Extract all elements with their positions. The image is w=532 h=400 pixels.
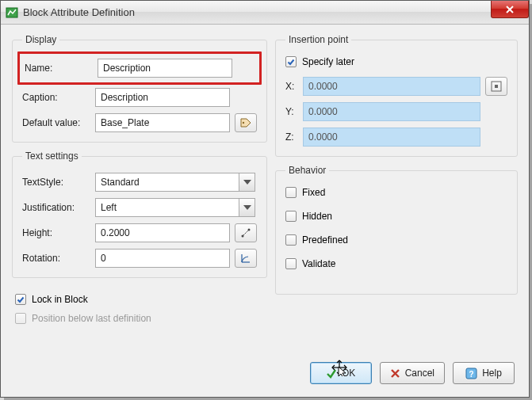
textstyle-value: Standard <box>101 177 140 188</box>
svg-text:?: ? <box>469 369 474 378</box>
app-icon <box>6 6 18 19</box>
default-value-field-button[interactable] <box>235 113 257 132</box>
specify-later-label: Specify later <box>302 56 354 67</box>
pick-angle-icon <box>239 252 252 265</box>
pick-point-button[interactable] <box>485 77 507 96</box>
cancel-label: Cancel <box>405 368 434 379</box>
height-label: Height: <box>22 227 90 238</box>
hidden-checkbox[interactable] <box>285 211 297 222</box>
z-input <box>303 128 480 147</box>
ok-button[interactable]: OK <box>310 362 372 384</box>
behavior-legend: Behavior <box>285 165 329 176</box>
button-bar: OK Cancel ? Help <box>310 362 515 384</box>
fixed-checkbox[interactable] <box>285 187 297 198</box>
x-input <box>303 77 480 96</box>
textstyle-select[interactable]: Standard <box>95 173 255 192</box>
help-label: Help <box>482 368 502 379</box>
check-icon <box>326 368 337 379</box>
position-below-label: Position below last definition <box>32 313 151 324</box>
insertion-point-legend: Insertion point <box>285 34 351 45</box>
window-title: Block Attribute Definition <box>23 6 135 18</box>
chevron-down-icon <box>239 199 255 216</box>
titlebar[interactable]: Block Attribute Definition <box>1 1 529 25</box>
ok-label: OK <box>342 368 355 379</box>
text-settings-legend: Text settings <box>22 150 82 162</box>
svg-point-7 <box>248 229 251 231</box>
display-legend: Display <box>22 34 59 45</box>
textstyle-label: TextStyle: <box>22 177 90 188</box>
name-highlight: Name: <box>17 51 262 85</box>
position-below-checkbox <box>15 313 26 324</box>
help-button[interactable]: ? Help <box>453 362 515 384</box>
svg-rect-10 <box>495 85 498 88</box>
rotation-input[interactable] <box>95 249 230 268</box>
y-label: Y: <box>285 106 298 117</box>
help-icon: ? <box>465 368 477 379</box>
default-value-input[interactable] <box>95 113 230 132</box>
height-pick-button[interactable] <box>235 223 257 242</box>
chevron-down-icon <box>239 173 255 191</box>
dialog-window: Block Attribute Definition Display Name: <box>0 0 530 398</box>
justification-select[interactable]: Left <box>95 198 255 217</box>
tag-icon <box>239 116 252 129</box>
lock-in-block-label: Lock in Block <box>32 294 88 305</box>
x-icon <box>390 368 400 379</box>
svg-point-3 <box>243 122 244 124</box>
insertion-point-group: Insertion point Specify later X: <box>275 34 518 157</box>
dialog-body: Display Name: Caption: Default value: <box>1 25 529 397</box>
display-group: Display Name: Caption: Default value: <box>12 34 267 143</box>
caption-label: Caption: <box>22 92 90 103</box>
hidden-label: Hidden <box>302 211 332 222</box>
caption-input[interactable] <box>95 88 230 107</box>
name-input[interactable] <box>98 59 232 78</box>
specify-later-checkbox[interactable] <box>285 56 297 67</box>
svg-marker-4 <box>243 180 251 185</box>
window-close-button[interactable] <box>491 1 529 18</box>
rotation-pick-button[interactable] <box>235 249 257 268</box>
y-input <box>303 102 480 121</box>
behavior-group: Behavior Fixed Hidden Predefined <box>275 165 518 295</box>
default-value-label: Default value: <box>22 117 90 128</box>
text-settings-group: Text settings TextStyle: Standard Justif… <box>12 150 267 278</box>
rotation-label: Rotation: <box>22 253 90 264</box>
lock-in-block-checkbox[interactable] <box>15 294 26 305</box>
fixed-label: Fixed <box>302 187 325 198</box>
close-icon <box>505 5 515 14</box>
predefined-label: Predefined <box>302 234 348 246</box>
justification-value: Left <box>101 202 117 213</box>
svg-line-8 <box>243 230 248 235</box>
pick-point-icon <box>490 80 503 93</box>
justification-label: Justification: <box>22 202 90 213</box>
z-label: Z: <box>285 131 298 143</box>
svg-marker-5 <box>243 205 251 210</box>
height-input[interactable] <box>95 223 230 242</box>
validate-label: Validate <box>302 258 335 269</box>
predefined-checkbox[interactable] <box>285 234 297 246</box>
validate-checkbox[interactable] <box>285 258 297 269</box>
cancel-button[interactable]: Cancel <box>380 362 445 384</box>
pick-height-icon <box>239 227 252 239</box>
name-label: Name: <box>25 63 93 74</box>
x-label: X: <box>285 81 298 92</box>
